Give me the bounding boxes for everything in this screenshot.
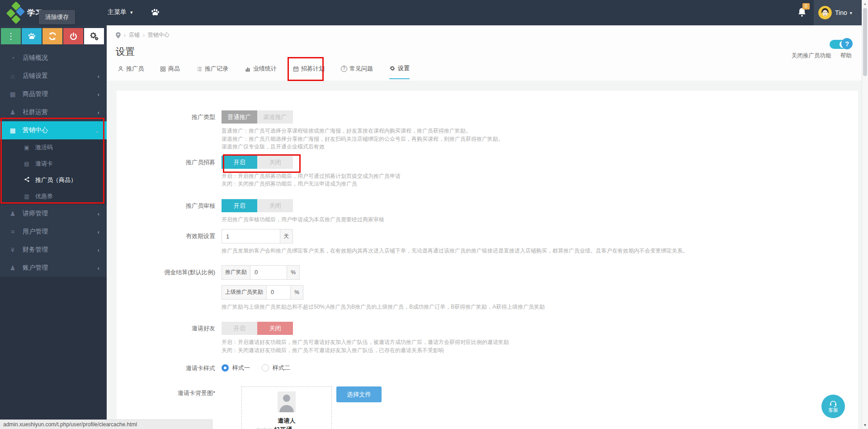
users-icon: ♟	[8, 109, 17, 116]
promo-type-segmented: 普通推广 渠道推广	[222, 110, 858, 124]
card-style-radios: 样式一 样式二	[222, 364, 858, 372]
scrollbar-thumb[interactable]	[863, 8, 867, 76]
sidebar-item-invitation-card[interactable]: ▤ 邀请卡	[0, 156, 107, 172]
tab-products[interactable]: 商品	[160, 64, 180, 79]
sidebar-item-shop-settings[interactable]: ⌂ 店铺设置 ‹	[0, 67, 107, 85]
radio-style-two[interactable]	[262, 364, 269, 372]
promo-type-normal-button[interactable]: 普通推广	[222, 110, 257, 124]
help-text: 普通推广：推广员可选择分享课程链接或推广海报，好友直接在课程内购买课程，推广员获…	[222, 127, 858, 151]
sidebar-item-account-management[interactable]: ♟ 账户管理 ‹	[0, 259, 107, 277]
sidebar-item-product-management[interactable]: ▦ 商品管理 ‹	[0, 85, 107, 103]
sidebar-item-label: 社群运营	[23, 108, 48, 116]
paw-icon[interactable]	[150, 7, 160, 17]
chevron-left-icon: ‹	[98, 109, 99, 116]
form-row-invite: 邀请好友 开启 关闭 开启：开启邀请好友功能后，推广员可邀请好友加入推广队伍，被…	[117, 322, 858, 354]
main-menu-label: 主菜单	[108, 8, 127, 15]
sidebar: ◔ 店铺概况 ⌂ 店铺设置 ‹ ▦ 商品管理 ‹ ♟ 社群运营 ‹ ▦ 营销中心	[0, 25, 107, 429]
tab-recruitment-plan[interactable]: 招募计划	[293, 64, 325, 79]
scroll-up-arrow[interactable]: ▲	[862, 2, 868, 6]
sidebar-menu: ◔ 店铺概况 ⌂ 店铺设置 ‹ ▦ 商品管理 ‹ ♟ 社群运营 ‹ ▦ 营销中心	[0, 49, 107, 277]
settings-shortcut-button[interactable]	[84, 28, 104, 44]
tab-label: 商品	[168, 65, 180, 73]
card-bg-preview[interactable]: 邀请人 邀请您 一起开通	[241, 386, 332, 429]
sidebar-item-label: 营销中心	[23, 126, 48, 134]
power-logout-button[interactable]	[63, 28, 83, 44]
form-row-card-style: 邀请卡样式 样式一 样式二	[117, 362, 858, 375]
brand-logo-icon[interactable]	[5, 2, 26, 24]
sidebar-item-coupon[interactable]: ▥ 优惠券	[0, 188, 107, 205]
form-row-commission: 佣金结算(默认比例) 推广奖励 % 上级推广员奖励 % 推广奖励与上级推广员奖	[117, 265, 858, 311]
tab-promotion-records[interactable]: 推广记录	[196, 64, 228, 79]
invite-on-button[interactable]: 开启	[222, 322, 257, 335]
customer-service-button[interactable]: 客服	[821, 395, 845, 418]
sidebar-item-promoter-product[interactable]: 推广员（商品）	[0, 172, 107, 188]
quick-actions-bar: ⋮	[1, 28, 104, 44]
recruit-segmented: 开启 关闭	[222, 156, 858, 169]
sidebar-item-label: 优惠券	[35, 192, 53, 200]
breadcrumb-item-shop[interactable]: 店铺	[129, 31, 140, 39]
sidebar-item-shop-overview[interactable]: ◔ 店铺概况	[0, 49, 107, 67]
notifications-bell[interactable]: 0	[797, 7, 808, 19]
sidebar-item-user-management[interactable]: ≡ 用户管理 ‹	[0, 223, 107, 241]
sidebar-item-label: 店铺概况	[23, 54, 48, 62]
recruit-off-button[interactable]: 关闭	[257, 156, 293, 169]
radio-style-one[interactable]	[222, 364, 229, 372]
invite-caption: 邀请您 一起开通	[242, 426, 331, 429]
avatar	[818, 6, 832, 19]
list-icon	[196, 66, 203, 72]
sidebar-item-label: 讲师管理	[23, 210, 48, 218]
marketing-submenu: ▣ 激活码 ▤ 邀请卡 推广员（商品）	[0, 139, 107, 205]
sidebar-item-lecturer-management[interactable]: ♟ 讲师管理 ‹	[0, 205, 107, 223]
tab-performance-stats[interactable]: 业绩统计	[245, 64, 277, 79]
grid-icon: ▦	[8, 127, 17, 134]
main-menu-button[interactable]: 主菜单 ▾	[108, 8, 132, 16]
grid-icon	[160, 66, 166, 72]
field-label: 有效期设置	[117, 229, 222, 255]
choose-file-button[interactable]: 选择文件	[336, 386, 382, 402]
review-off-button[interactable]: 关闭	[257, 199, 293, 212]
chevron-down-icon: ▾	[850, 10, 852, 15]
sidebar-item-community-operation[interactable]: ♟ 社群运营 ‹	[0, 103, 107, 121]
tab-settings[interactable]: 设置	[389, 64, 410, 79]
tab-faq[interactable]: ? 常见问题	[341, 64, 373, 79]
scroll-down-arrow[interactable]: ▼	[862, 423, 868, 427]
help-text: 开启推广员审核功能后，用户申请成为本店推广员需要经过商家审核	[222, 216, 858, 224]
validity-input[interactable]	[222, 229, 280, 243]
refresh-cache-button[interactable]	[42, 28, 62, 44]
location-pin-icon	[116, 32, 121, 38]
settings-card: 推广类型 普通推广 渠道推广 普通推广：推广员可选择分享课程链接或推广海报，好友…	[117, 91, 858, 429]
help-text: 推广员发展的客户会和推广员绑定客户关系，在有效期内其再次进入店铺下单，无论是再通…	[222, 247, 858, 255]
form-row-card-bg: 邀请卡背景图* 邀请人 邀请您 一起开通	[117, 386, 858, 429]
more-options-button[interactable]: ⋮	[1, 28, 21, 44]
breadcrumb: › 店铺 › 营销中心	[116, 31, 170, 39]
field-label: 推广类型	[117, 110, 222, 151]
user-menu[interactable]: Tino ▾	[814, 0, 862, 25]
field-label: 佣金结算(默认比例)	[117, 265, 222, 311]
tab-promoter[interactable]: 推广员	[118, 64, 144, 79]
gears-icon	[89, 31, 99, 41]
sidebar-item-marketing-center[interactable]: ▦ 营销中心 ⌄	[0, 121, 107, 139]
review-on-button[interactable]: 开启	[222, 199, 257, 212]
paw-shortcut-button[interactable]	[22, 28, 42, 44]
promo-reward-input[interactable]	[250, 266, 287, 279]
vertical-scrollbar[interactable]: ▲ ▼	[862, 0, 868, 429]
parent-reward-input[interactable]	[267, 286, 290, 299]
parent-reward-group: 上级推广员奖励 %	[222, 285, 303, 300]
sidebar-footer-area	[0, 277, 107, 429]
radio-label: 样式二	[273, 364, 290, 372]
invite-off-button[interactable]: 关闭	[257, 322, 293, 335]
top-header: 学习 清除缓存 主菜单 ▾ 0	[0, 0, 868, 25]
form-row-review: 推广员审核 开启 关闭 开启推广员审核功能后，用户申请成为本店推广员需要经过商家…	[117, 199, 858, 224]
breadcrumb-item-marketing-center[interactable]: 营销中心	[148, 31, 170, 39]
sidebar-item-finance-management[interactable]: ¥ 财务管理 ‹	[0, 241, 107, 259]
customer-service-label: 客服	[828, 407, 838, 413]
promo-reward-label: 推广奖励	[222, 266, 250, 279]
chevron-left-icon: ‹	[98, 210, 99, 217]
grid-icon: ▦	[8, 91, 17, 98]
paw-icon	[27, 32, 36, 41]
sliders-icon: ≡	[8, 228, 17, 235]
promo-type-channel-button[interactable]: 渠道推广	[257, 110, 293, 124]
sidebar-item-activation-code[interactable]: ▣ 激活码	[0, 139, 107, 156]
help-icon[interactable]: ?	[841, 38, 853, 49]
recruit-on-button[interactable]: 开启	[222, 156, 257, 169]
